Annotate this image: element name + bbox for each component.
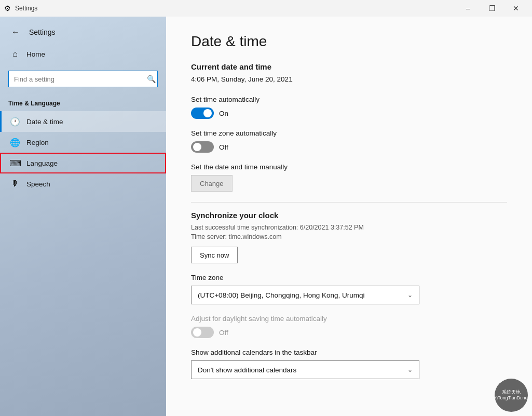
timezone-value: (UTC+08:00) Beijing, Chongqing, Hong Kon…: [198, 291, 365, 299]
set-manually-label: Set the date and time manually: [191, 163, 507, 171]
sidebar-item-region[interactable]: 🌐 Region: [0, 132, 166, 153]
daylight-saving-toggle-row: Off: [191, 327, 507, 338]
sync-last-time: Last successful time synchronization: 6/…: [191, 224, 507, 231]
sidebar-section-title: Time & Language: [0, 96, 166, 111]
set-time-auto-toggle[interactable]: [191, 108, 214, 119]
current-datetime-section: Current date and time 4:06 PM, Sunday, J…: [191, 62, 507, 83]
minimize-button[interactable]: –: [456, 0, 480, 17]
daylight-saving-toggle: [191, 327, 214, 338]
app-body: ← Settings ⌂ Home 🔍 Time & Language 🕐 Da…: [0, 17, 532, 416]
additional-calendars-label: Show additional calendars in the taskbar: [191, 348, 507, 356]
home-icon: ⌂: [10, 49, 20, 59]
sidebar-item-language[interactable]: ⌨ Language: [0, 153, 166, 173]
daylight-saving-label: Adjust for daylight saving time automati…: [191, 315, 507, 323]
timezone-dropdown-arrow: ⌄: [407, 291, 413, 299]
sync-clock-section: Synchronize your clock Last successful t…: [191, 211, 507, 263]
sidebar: ← Settings ⌂ Home 🔍 Time & Language 🕐 Da…: [0, 17, 166, 416]
title-bar-controls: – ❐ ✕: [456, 0, 528, 17]
set-manually-section: Set the date and time manually Change: [191, 163, 507, 192]
microphone-icon: 🎙: [10, 179, 20, 189]
daylight-saving-section: Adjust for daylight saving time automati…: [191, 315, 507, 338]
toggle-knob-2: [193, 143, 201, 151]
close-button[interactable]: ✕: [504, 0, 528, 17]
restore-button[interactable]: ❐: [480, 0, 504, 17]
current-datetime-heading: Current date and time: [191, 62, 507, 71]
daylight-saving-toggle-label: Off: [219, 329, 228, 337]
search-input[interactable]: [8, 71, 158, 87]
set-time-auto-toggle-label: On: [219, 110, 228, 117]
title-bar: ⚙ Settings – ❐ ✕: [0, 0, 532, 17]
set-timezone-auto-toggle-label: Off: [219, 143, 228, 151]
sync-clock-heading: Synchronize your clock: [191, 211, 507, 220]
keyboard-icon: ⌨: [10, 158, 20, 168]
toggle-knob-3: [193, 328, 201, 337]
sidebar-item-home-label: Home: [26, 50, 45, 58]
sidebar-item-language-label: Language: [26, 159, 58, 167]
sidebar-item-home[interactable]: ⌂ Home: [0, 44, 166, 64]
sidebar-item-speech[interactable]: 🎙 Speech: [0, 173, 166, 194]
change-button[interactable]: Change: [191, 175, 233, 192]
search-icon-button[interactable]: 🔍: [147, 75, 156, 83]
timezone-dropdown[interactable]: (UTC+08:00) Beijing, Chongqing, Hong Kon…: [191, 286, 419, 304]
sidebar-header: ← Settings: [0, 17, 166, 44]
title-bar-title: Settings: [15, 5, 37, 12]
page-title: Date & time: [191, 33, 507, 50]
set-timezone-auto-toggle[interactable]: [191, 141, 214, 153]
sidebar-nav: 🕐 Date & time 🌐 Region ⌨ Language 🎙 Spee…: [0, 111, 166, 194]
sidebar-item-speech-label: Speech: [26, 180, 50, 188]
search-box: 🔍: [8, 71, 158, 87]
additional-calendars-dropdown[interactable]: Don't show additional calendars ⌄: [191, 360, 419, 379]
current-datetime-value: 4:06 PM, Sunday, June 20, 2021: [191, 75, 507, 83]
set-timezone-auto-label: Set time zone automatically: [191, 129, 507, 137]
sidebar-item-date-time[interactable]: 🕐 Date & time: [0, 111, 166, 132]
additional-calendars-value: Don't show additional calendars: [198, 366, 296, 374]
sidebar-app-title: Settings: [29, 28, 56, 36]
globe-icon: 🌐: [10, 137, 20, 147]
set-timezone-auto-toggle-row: Off: [191, 141, 507, 153]
additional-calendars-section: Show additional calendars in the taskbar…: [191, 348, 507, 379]
sync-now-button[interactable]: Sync now: [191, 247, 238, 263]
back-button[interactable]: ←: [8, 25, 23, 39]
set-time-auto-label: Set time automatically: [191, 96, 507, 103]
app-icon: ⚙: [4, 4, 11, 12]
timezone-section: Time zone (UTC+08:00) Beijing, Chongqing…: [191, 274, 507, 304]
set-time-auto-toggle-row: On: [191, 108, 507, 119]
divider-1: [191, 202, 507, 203]
set-timezone-auto-section: Set time zone automatically Off: [191, 129, 507, 153]
sidebar-item-region-label: Region: [26, 139, 49, 146]
watermark: 系统天地XiTongTianDi.net: [495, 379, 528, 412]
content-area: Date & time Current date and time 4:06 P…: [166, 17, 532, 416]
toggle-knob: [203, 109, 212, 117]
sync-server: Time server: time.windows.com: [191, 233, 507, 240]
timezone-label: Time zone: [191, 274, 507, 281]
sidebar-item-date-time-label: Date & time: [26, 118, 63, 126]
additional-calendars-dropdown-arrow: ⌄: [407, 366, 413, 373]
set-time-auto-section: Set time automatically On: [191, 96, 507, 119]
title-bar-left: ⚙ Settings: [4, 4, 37, 12]
clock-icon: 🕐: [10, 116, 20, 127]
